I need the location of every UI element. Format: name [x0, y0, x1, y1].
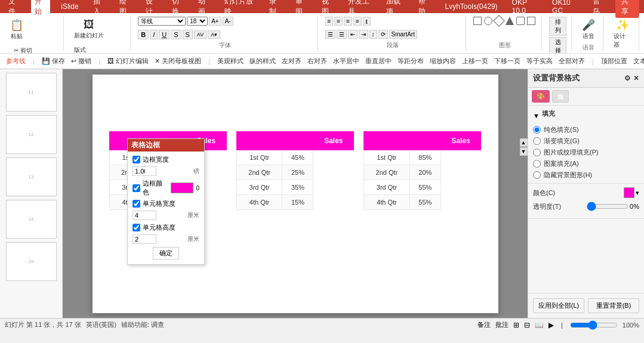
move-up-btn[interactable]: 上移一页: [460, 56, 491, 66]
slide-thumb-1[interactable]: 11: [6, 73, 57, 112]
slide-thumb-2[interactable]: 12: [6, 115, 57, 154]
cell-width-checkbox[interactable]: [133, 200, 140, 208]
border-color-swatch[interactable]: [171, 183, 194, 193]
slide-thumb-3[interactable]: 13: [6, 157, 57, 196]
apply-all-button[interactable]: 应用到全部(L): [533, 298, 584, 313]
strikethrough-button[interactable]: S: [171, 30, 181, 39]
right-panel-close-btn[interactable]: ✕: [633, 74, 639, 82]
menu-okp[interactable]: OKP 10.0: [509, 0, 541, 16]
align-left-button[interactable]: ≡: [325, 17, 334, 26]
align-right-toolbar-btn[interactable]: 右对齐: [305, 56, 329, 66]
text-direction-button[interactable]: ⟳: [378, 30, 388, 39]
select-button[interactable]: 选择: [549, 37, 566, 54]
slide-thumb-4[interactable]: 14: [6, 200, 57, 239]
top-position-btn[interactable]: 顶部位置: [599, 56, 630, 66]
cell-width-input[interactable]: [133, 211, 156, 220]
beautify-btn[interactable]: 美观样式: [215, 56, 246, 66]
increase-indent-button[interactable]: ⇥: [359, 30, 368, 39]
zoom-slider[interactable]: [570, 320, 618, 330]
save-btn[interactable]: 💾 保存: [39, 56, 67, 66]
move-down-btn[interactable]: 下移一页: [492, 56, 523, 66]
distribute-btn[interactable]: 等距分布: [395, 56, 426, 66]
transparency-slider[interactable]: [587, 202, 628, 211]
menu-lvyhtools[interactable]: LvyhTools(0429): [442, 1, 501, 12]
shadow-button[interactable]: S: [183, 30, 193, 39]
texture-tab-btn[interactable]: ▦: [552, 90, 569, 103]
smart-art-button[interactable]: SmartArt: [389, 30, 417, 39]
align-all-btn[interactable]: 全部对齐: [556, 56, 587, 66]
columns-button[interactable]: ⫿: [363, 17, 371, 26]
border-color-checkbox[interactable]: [133, 184, 140, 192]
designer-button[interactable]: ✨ 设计器: [611, 17, 634, 51]
center-v-btn[interactable]: 垂直居中: [363, 56, 394, 66]
fill-tab-btn[interactable]: 🎨: [532, 90, 550, 103]
paste-button[interactable]: 📋 粘贴: [7, 17, 26, 42]
char-spacing-button[interactable]: AV: [194, 30, 207, 39]
scale-btn[interactable]: 缩放内容: [427, 56, 458, 66]
slide-edit-btn[interactable]: 🖼 幻灯片编辑: [105, 56, 151, 66]
comments-btn[interactable]: 批注: [495, 320, 509, 329]
layout-button[interactable]: 版式: [71, 44, 89, 54]
shape-triangle[interactable]: [506, 17, 514, 25]
font-size-select[interactable]: 18: [187, 17, 208, 26]
border-width-checkbox[interactable]: [133, 156, 140, 163]
arrange-button[interactable]: 排列: [549, 17, 566, 36]
fill-picture-radio[interactable]: [533, 149, 541, 156]
slide-thumb-5[interactable]: 15: [6, 242, 57, 281]
font-size-increase[interactable]: A+: [209, 17, 221, 26]
scroll-up-btn[interactable]: ▲: [520, 138, 528, 147]
align-center-button[interactable]: ≡: [334, 17, 343, 26]
dictation-button[interactable]: 🎤 语音: [579, 17, 598, 42]
font-family-select[interactable]: 等线: [138, 17, 186, 26]
fill-pattern-radio[interactable]: [533, 160, 541, 168]
fill-gradient-option[interactable]: 渐变填充(G): [533, 137, 639, 146]
bold-button[interactable]: B: [138, 30, 149, 39]
fill-picture-option[interactable]: 图片或纹理填充(P): [533, 148, 639, 157]
number-list-button[interactable]: ☰: [337, 30, 347, 39]
font-color-button[interactable]: A▾: [208, 30, 220, 39]
new-slide-button[interactable]: 🖼 新建幻灯片: [71, 17, 107, 42]
menu-ok10gc[interactable]: OK10 GC: [549, 0, 582, 16]
shape-circle[interactable]: [484, 17, 492, 25]
shape-diamond[interactable]: [493, 15, 505, 27]
align-right-button[interactable]: ≡: [344, 17, 352, 26]
reading-view-btn[interactable]: 📖: [535, 321, 544, 329]
color-swatch[interactable]: [624, 187, 634, 198]
scroll-down-btn[interactable]: ▼: [520, 147, 528, 156]
undo-btn[interactable]: ↩ 撤销: [69, 56, 94, 66]
reset-background-button[interactable]: 重置背景(B): [588, 298, 639, 313]
close-master-btn[interactable]: ✕ 关闭母板视图: [152, 56, 204, 66]
textbox-btn[interactable]: 文本框: [631, 56, 644, 66]
notes-btn[interactable]: 备注: [477, 320, 491, 329]
cell-height-input[interactable]: [133, 234, 156, 244]
right-panel-settings-btn[interactable]: ⚙: [624, 74, 631, 82]
decrease-indent-button[interactable]: ⇤: [348, 30, 358, 39]
shape-rect[interactable]: [473, 17, 482, 25]
fill-hide-option[interactable]: 隐藏背景图形(H): [533, 171, 639, 180]
border-width-input[interactable]: [133, 166, 156, 176]
underline-button[interactable]: U: [159, 30, 170, 39]
line-spacing-button[interactable]: ↕: [369, 30, 377, 39]
fill-collapse-icon[interactable]: ▼: [533, 112, 540, 119]
fill-solid-option[interactable]: 纯色填充(S): [533, 125, 639, 134]
shape-square[interactable]: [527, 17, 535, 25]
justify-button[interactable]: ≡: [353, 17, 362, 26]
equal-height-btn[interactable]: 等于实高: [524, 56, 555, 66]
shape-rounded-rect[interactable]: [516, 17, 525, 25]
vertical-style-btn[interactable]: 纵的样式: [247, 56, 278, 66]
reference-line-btn[interactable]: 参考线: [4, 56, 28, 66]
center-h-btn[interactable]: 水平居中: [331, 56, 362, 66]
fill-solid-radio[interactable]: [533, 126, 541, 134]
fill-gradient-radio[interactable]: [533, 137, 541, 145]
fill-pattern-option[interactable]: 图案填充(A): [533, 159, 639, 168]
menu-islide[interactable]: iSlide: [57, 1, 82, 12]
normal-view-btn[interactable]: ⊞: [513, 321, 519, 329]
italic-button[interactable]: I: [150, 30, 158, 39]
font-size-decrease[interactable]: A-: [223, 17, 233, 26]
cell-height-checkbox[interactable]: [133, 224, 140, 231]
color-dropdown-btn[interactable]: ▾: [636, 189, 639, 197]
cut-button[interactable]: ✂ 剪切: [7, 45, 39, 54]
fill-hide-radio[interactable]: [533, 171, 541, 179]
bullet-list-button[interactable]: ☰: [325, 30, 335, 39]
align-left-toolbar-btn[interactable]: 左对齐: [279, 56, 304, 66]
